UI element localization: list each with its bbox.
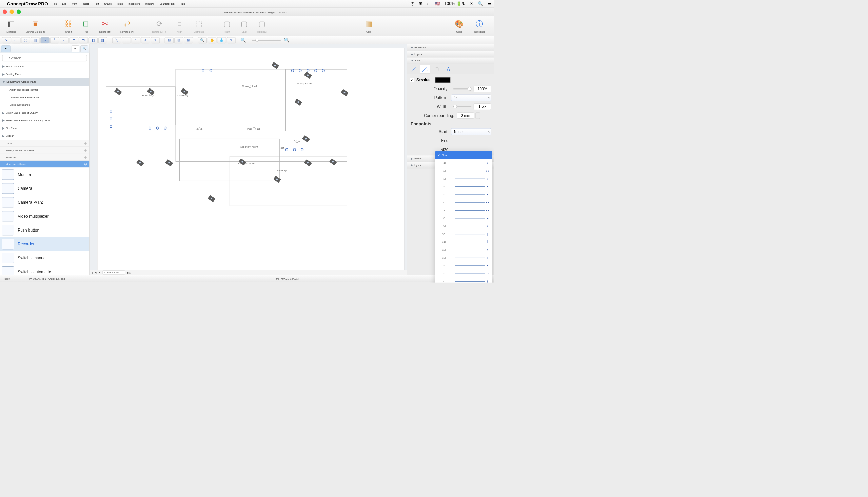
tree-item[interactable]: Initiation and annunciation bbox=[0, 94, 89, 101]
pointer-tool[interactable]: ➤ bbox=[2, 37, 11, 43]
opacity-slider[interactable] bbox=[453, 88, 471, 89]
menu-solution-park[interactable]: Solution Park bbox=[160, 2, 175, 5]
menu-text[interactable]: Text bbox=[94, 2, 99, 5]
shape-item[interactable]: Camera bbox=[0, 182, 89, 196]
width-slider[interactable] bbox=[453, 106, 471, 107]
width-value[interactable]: 1 pix bbox=[474, 103, 491, 110]
tree-item[interactable]: ▶Site Plans bbox=[0, 124, 89, 132]
end-arrow-popup[interactable]: ✓None 1:▶2:▶▶3:▷4:▶5:▶6:▶▶7:▶▶8:▶9:▶10:┤… bbox=[435, 151, 492, 283]
minimize-window-button[interactable] bbox=[10, 10, 14, 14]
page-next-icon[interactable]: ▶ bbox=[99, 271, 101, 274]
bezier-tool[interactable]: ⊻ bbox=[151, 37, 160, 43]
start-select[interactable]: None bbox=[451, 128, 491, 135]
page-tabs[interactable]: ▮▯▯ bbox=[127, 271, 131, 274]
menu-help[interactable]: Help bbox=[180, 2, 185, 5]
tab-shadow[interactable]: ／. bbox=[420, 65, 431, 73]
close-window-button[interactable] bbox=[3, 10, 7, 14]
corner-value[interactable]: 0 mm bbox=[457, 113, 474, 119]
wifi-icon[interactable]: ᯤ bbox=[426, 1, 431, 6]
menu-inspectors[interactable]: Inspectors bbox=[128, 2, 140, 5]
tree-item[interactable]: ▶Seven Management and Planning Tools bbox=[0, 117, 89, 125]
delete-link-button[interactable]: ✂Delete link bbox=[95, 19, 116, 33]
eyedrop-tool[interactable]: 💧 bbox=[217, 37, 226, 43]
category-header[interactable]: Video surveillance⊗ bbox=[0, 161, 89, 168]
end-option-none[interactable]: ✓None bbox=[435, 151, 492, 159]
tree-button[interactable]: ⊟Tree bbox=[77, 19, 95, 33]
spotlight-icon[interactable]: ⦿ bbox=[469, 1, 474, 6]
clock-icon[interactable]: ◴ bbox=[411, 1, 414, 6]
end-option[interactable]: 13:○ bbox=[435, 254, 492, 262]
grid-button[interactable]: ▦Grid bbox=[360, 19, 377, 33]
libraries-button[interactable]: ▦Libraries bbox=[3, 19, 20, 33]
hscroll-handle-icon[interactable]: ‖ bbox=[91, 271, 93, 274]
shape-item[interactable]: Recorder bbox=[0, 237, 89, 251]
end-option[interactable]: 10:┤ bbox=[435, 230, 492, 238]
acc-behaviour[interactable]: ▶Behaviour bbox=[407, 44, 494, 51]
flag-icon[interactable]: 🇺🇸 bbox=[435, 1, 440, 6]
color-button[interactable]: 🎨Color bbox=[451, 19, 468, 33]
connector-tool[interactable]: ↘ bbox=[40, 37, 49, 43]
arc-tool[interactable]: ⌒ bbox=[122, 37, 130, 43]
shape-item[interactable]: Camera P/T/Z bbox=[0, 196, 89, 210]
menu-edit[interactable]: Edit bbox=[62, 2, 67, 5]
close-icon[interactable]: ⊗ bbox=[84, 148, 87, 153]
tab-text[interactable]: A bbox=[443, 65, 454, 73]
close-icon[interactable]: ⊗ bbox=[84, 155, 87, 160]
category-header[interactable]: Windows⊗ bbox=[0, 154, 89, 161]
menu-window[interactable]: Window bbox=[145, 2, 154, 5]
tree-view-toggle[interactable]: ≣ bbox=[1, 45, 10, 52]
tree-item[interactable]: ▶Seating Plans bbox=[0, 71, 89, 78]
shape-item[interactable]: Monitor bbox=[0, 168, 89, 182]
menu-view[interactable]: View bbox=[72, 2, 77, 5]
end-option[interactable]: 7:▶▶ bbox=[435, 207, 492, 214]
connector6-tool[interactable]: ◧ bbox=[89, 37, 98, 43]
tree-item[interactable]: ▶Seven Basic Tools of Quality bbox=[0, 109, 89, 117]
pattern-select[interactable]: 1: bbox=[451, 95, 491, 101]
tree-item[interactable]: Alarm and access control bbox=[0, 86, 89, 94]
opacity-value[interactable]: 100% bbox=[474, 86, 491, 92]
browse-solutions-button[interactable]: ▣Browse Solutions bbox=[20, 19, 51, 33]
category-header[interactable]: Walls, shell and structure⊗ bbox=[0, 147, 89, 154]
inspectors-button[interactable]: ⓘInspectors bbox=[468, 19, 491, 33]
list-menubar-icon[interactable]: ☰ bbox=[487, 1, 491, 6]
chevron-down-icon[interactable]: ⌄ bbox=[288, 11, 290, 14]
reverse-link-button[interactable]: ⇄Reverse link bbox=[116, 19, 139, 33]
end-option[interactable]: 16:┤ bbox=[435, 278, 492, 283]
text-tool[interactable]: ▤ bbox=[31, 37, 40, 43]
menu-shape[interactable]: Shape bbox=[104, 2, 112, 5]
spline-tool[interactable]: ∿ bbox=[131, 37, 140, 43]
acc-layers[interactable]: ▶Layers bbox=[407, 51, 494, 57]
menu-file[interactable]: File bbox=[53, 2, 57, 5]
connector2-tool[interactable]: └ bbox=[50, 37, 59, 43]
hand-tool[interactable]: ✋ bbox=[208, 37, 216, 43]
shape-item[interactable]: Switch - automatic bbox=[0, 265, 89, 275]
end-option[interactable]: 12:● bbox=[435, 246, 492, 254]
library-search-input[interactable] bbox=[2, 55, 87, 61]
tree-item[interactable]: ▶Scrum Workflow bbox=[0, 63, 89, 71]
connector7-tool[interactable]: ◨ bbox=[98, 37, 107, 43]
connector3-tool[interactable]: ⌐ bbox=[60, 37, 69, 43]
connector5-tool[interactable]: ⊐ bbox=[79, 37, 88, 43]
end-option[interactable]: 8:▶ bbox=[435, 214, 492, 222]
zoom-out-icon[interactable]: 🔍− bbox=[240, 38, 249, 43]
grid-menubar-icon[interactable]: ⊞ bbox=[419, 1, 422, 6]
tab-stroke[interactable]: ／ bbox=[408, 65, 419, 73]
grid-view-toggle[interactable]: ⊞ bbox=[72, 45, 79, 52]
combine-tool[interactable]: ⊞ bbox=[184, 37, 193, 43]
tree-item[interactable]: Video surveillance bbox=[0, 101, 89, 109]
end-option[interactable]: 15:□ bbox=[435, 270, 492, 277]
tree-item[interactable]: ▶Soccer bbox=[0, 132, 89, 140]
search-menubar-icon[interactable]: 🔍 bbox=[478, 1, 483, 6]
zoom-tool[interactable]: 🔍 bbox=[198, 37, 207, 43]
stroke-checkbox[interactable]: ✓ bbox=[410, 78, 414, 82]
connector4-tool[interactable]: ⊏ bbox=[70, 37, 78, 43]
end-option[interactable]: 6:▶▶ bbox=[435, 198, 492, 206]
page-prev-icon[interactable]: ◀ bbox=[95, 271, 97, 274]
shape-item[interactable]: Switch - manual bbox=[0, 251, 89, 265]
search-toggle[interactable]: 🔍 bbox=[80, 45, 88, 52]
document-title[interactable]: Unsaved ConceptDraw PRO Document - Page1… bbox=[222, 9, 290, 14]
stroke-color-swatch[interactable] bbox=[435, 77, 450, 83]
corner-stepper[interactable] bbox=[475, 112, 480, 119]
end-option[interactable]: 1:▶ bbox=[435, 159, 492, 167]
pencil-tool[interactable]: ✎ bbox=[227, 37, 236, 43]
